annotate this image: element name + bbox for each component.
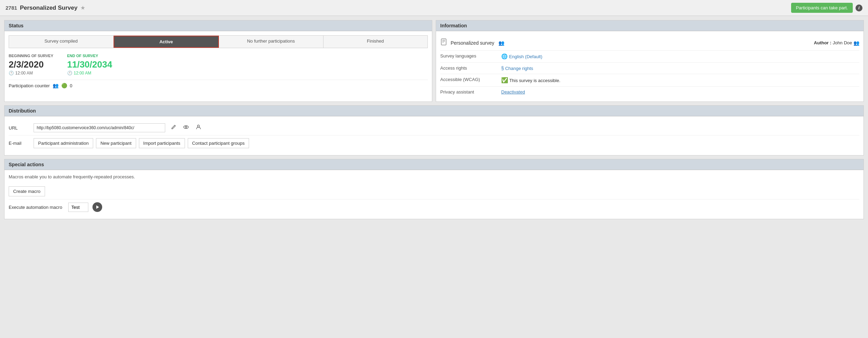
top-bar-left: 2781 Personalized Survey ★ (6, 5, 85, 11)
execute-macro-row: Execute automation macro Test (9, 199, 859, 215)
macro-select-wrapper: Test (68, 203, 88, 212)
distribution-header: Distribution (5, 106, 863, 116)
information-header: Information (436, 20, 863, 31)
author-label: Author : (814, 40, 832, 45)
end-time-value: 12:00 AM (74, 71, 91, 75)
beginning-time-value: 12:00 AM (15, 71, 33, 75)
tab-active[interactable]: Active (114, 36, 219, 48)
email-buttons: Participant administration New participa… (34, 138, 249, 148)
beginning-date-block: BEGINNING OF SURVEY 2/3/2020 🕛 12:00 AM (9, 54, 53, 75)
special-actions-panel: Special actions Macros enable you to aut… (4, 159, 864, 219)
beginning-date: 2/3/2020 (9, 59, 53, 70)
privacy-label: Privacy assistant (440, 89, 496, 95)
svg-point-4 (184, 126, 188, 128)
author-name: John Doe (833, 40, 852, 45)
distribution-body: URL (5, 116, 863, 155)
author-section: Author : John Doe 👥 (814, 40, 859, 46)
favorite-icon[interactable]: ★ (80, 5, 85, 11)
import-participants-button[interactable]: Import participants (139, 138, 185, 148)
languages-link[interactable]: English (Default) (509, 54, 542, 59)
tab-finished[interactable]: Finished (324, 36, 428, 48)
info-row-access: Access rights § Change rights (440, 63, 859, 74)
privacy-link[interactable]: Deactivated (501, 89, 525, 95)
svg-point-6 (197, 125, 200, 127)
people-icon: 👥 (53, 83, 59, 88)
access-value: § Change rights (501, 65, 859, 71)
top-right-buttons: Participants can take part. i (791, 3, 862, 13)
participant-admin-button[interactable]: Participant administration (34, 138, 93, 148)
participation-label: Participation counter (9, 83, 50, 88)
survey-id: 2781 (6, 5, 17, 11)
privacy-value: Deactivated (501, 89, 859, 95)
survey-type-row: Personalized survey 👥 Author : John Doe … (440, 35, 859, 51)
person-green-icon: 🟢 (61, 83, 67, 88)
beginning-label: BEGINNING OF SURVEY (9, 54, 53, 58)
wcag-check-icon: ✅ (501, 77, 508, 83)
two-col-section: Status Survey compiled Active No further… (4, 20, 864, 102)
end-date-block: END OF SURVEY 11/30/2034 🕛 12:00 AM (67, 54, 112, 75)
author-badge: 👥 (853, 40, 859, 46)
create-macro-row: Create macro (9, 184, 859, 199)
info-icon[interactable]: i (856, 5, 862, 11)
status-header: Status (5, 20, 432, 31)
wcag-label: Accessible (WCAG) (440, 77, 496, 82)
status-panel: Status Survey compiled Active No further… (4, 20, 432, 102)
svg-point-5 (185, 126, 187, 128)
email-row: E-mail Participant administration New pa… (9, 135, 859, 151)
wcag-value: ✅ This survey is accessible. (501, 77, 859, 83)
special-actions-body: Macros enable you to automate frequently… (5, 170, 863, 219)
participation-row: Participation counter 👥 🟢 0 (9, 80, 428, 88)
email-label: E-mail (9, 141, 29, 146)
run-macro-button[interactable] (92, 202, 102, 212)
url-label: URL (9, 125, 29, 131)
dates-row: BEGINNING OF SURVEY 2/3/2020 🕛 12:00 AM … (9, 54, 428, 75)
survey-type-name: Personalized survey (451, 40, 494, 46)
globe-icon: 🌐 (501, 53, 508, 59)
url-row: URL (9, 121, 859, 135)
view-url-button[interactable] (182, 124, 190, 132)
languages-value: 🌐 English (Default) (501, 53, 859, 60)
edit-url-button[interactable] (169, 124, 178, 132)
execute-label: Execute automation macro (9, 205, 64, 210)
macro-select[interactable]: Test (68, 203, 88, 212)
tab-no-further[interactable]: No further participations (219, 36, 324, 48)
svg-rect-0 (441, 39, 446, 45)
wcag-text: This survey is accessible. (509, 78, 560, 83)
beginning-time: 🕛 12:00 AM (9, 71, 53, 75)
contact-groups-button[interactable]: Contact participant groups (188, 138, 249, 148)
access-link[interactable]: Change rights (505, 66, 533, 71)
participation-count: 0 (70, 83, 72, 88)
create-macro-button[interactable]: Create macro (9, 186, 45, 196)
survey-doc-icon (440, 38, 448, 47)
clock-icon-end: 🕛 (67, 71, 72, 75)
end-date: 11/30/2034 (67, 59, 112, 70)
status-body: Survey compiled Active No further partic… (5, 31, 432, 92)
url-input[interactable] (34, 123, 165, 132)
svg-marker-7 (96, 205, 99, 209)
end-label: END OF SURVEY (67, 54, 112, 58)
information-body: Personalized survey 👥 Author : John Doe … (436, 31, 863, 101)
languages-label: Survey languages (440, 53, 496, 59)
clock-icon-begin: 🕛 (9, 71, 14, 75)
info-row-privacy: Privacy assistant Deactivated (440, 87, 859, 97)
new-participant-button[interactable]: New participant (96, 138, 136, 148)
tab-survey-compiled[interactable]: Survey compiled (9, 36, 114, 48)
special-actions-header: Special actions (5, 159, 863, 170)
status-tabs: Survey compiled Active No further partic… (9, 35, 428, 48)
main-content: Status Survey compiled Active No further… (0, 16, 868, 223)
section-icon: § (501, 65, 504, 71)
information-panel: Information Personalized survey 👥 (436, 20, 864, 102)
top-bar: 2781 Personalized Survey ★ Participants … (0, 0, 868, 16)
survey-title: Personalized Survey (20, 5, 77, 11)
distribution-panel: Distribution URL (4, 105, 864, 155)
end-time: 🕛 12:00 AM (67, 71, 112, 75)
participants-can-take-part-button[interactable]: Participants can take part. (791, 3, 853, 13)
person-url-button[interactable] (194, 124, 203, 132)
info-row-wcag: Accessible (WCAG) ✅ This survey is acces… (440, 74, 859, 87)
special-description: Macros enable you to automate frequently… (9, 174, 859, 179)
access-label: Access rights (440, 65, 496, 71)
survey-type-badge: 👥 (498, 40, 504, 46)
info-row-languages: Survey languages 🌐 English (Default) (440, 51, 859, 63)
